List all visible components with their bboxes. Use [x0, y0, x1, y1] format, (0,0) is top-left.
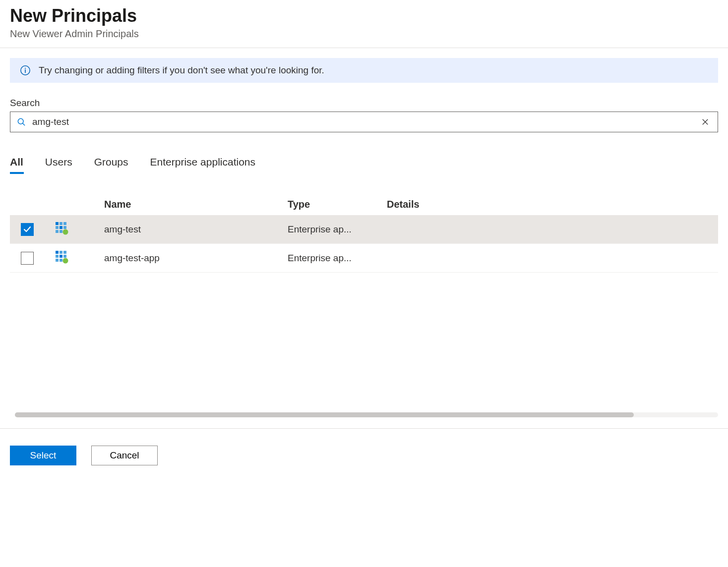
column-header-details[interactable]: Details [387, 199, 718, 210]
enterprise-app-icon [55, 221, 68, 235]
tab-enterprise-applications[interactable]: Enterprise applications [150, 156, 255, 172]
tab-all[interactable]: All [10, 156, 23, 172]
svg-rect-17 [60, 251, 62, 254]
table-body: amg-test Enterprise ap... amg-test-app E… [10, 215, 718, 273]
cancel-button[interactable]: Cancel [91, 446, 158, 465]
page-title: New Principals [10, 5, 718, 26]
tabs: All Users Groups Enterprise applications [10, 156, 718, 172]
svg-rect-13 [56, 230, 59, 233]
search-field[interactable] [10, 112, 718, 132]
svg-rect-23 [60, 259, 62, 262]
svg-rect-22 [56, 259, 59, 262]
svg-rect-19 [56, 255, 59, 258]
row-name: amg-test [104, 224, 288, 235]
svg-rect-16 [56, 251, 59, 254]
tab-users[interactable]: Users [45, 156, 72, 172]
svg-point-24 [63, 258, 68, 264]
svg-rect-9 [63, 222, 66, 225]
content-area: Try changing or adding filters if you do… [0, 48, 728, 283]
column-header-name[interactable]: Name [104, 199, 288, 210]
row-checkbox[interactable] [21, 252, 34, 265]
table-header: Name Type Details [10, 194, 718, 215]
horizontal-scrollbar[interactable] [15, 412, 718, 417]
svg-rect-8 [60, 222, 62, 225]
svg-rect-21 [63, 255, 66, 258]
info-icon [20, 65, 31, 76]
header: New Principals New Viewer Admin Principa… [0, 0, 728, 48]
svg-rect-18 [63, 251, 66, 254]
svg-rect-7 [56, 222, 59, 225]
table-row[interactable]: amg-test Enterprise ap... [10, 215, 718, 244]
enterprise-app-icon [55, 250, 68, 264]
svg-rect-14 [60, 230, 62, 233]
close-icon [701, 117, 710, 126]
svg-rect-11 [60, 226, 62, 229]
search-icon [16, 117, 26, 127]
search-input[interactable] [32, 116, 693, 127]
info-banner: Try changing or adding filters if you do… [10, 58, 718, 83]
row-name: amg-test-app [104, 253, 288, 264]
column-header-type[interactable]: Type [288, 199, 387, 210]
svg-line-4 [23, 123, 25, 125]
clear-search-button[interactable] [699, 115, 712, 128]
row-type: Enterprise ap... [288, 253, 387, 264]
info-banner-text: Try changing or adding filters if you do… [39, 65, 324, 76]
table-row[interactable]: amg-test-app Enterprise ap... [10, 244, 718, 273]
svg-rect-20 [60, 255, 62, 258]
page-subtitle: New Viewer Admin Principals [10, 28, 718, 40]
svg-point-2 [25, 68, 26, 69]
tab-groups[interactable]: Groups [94, 156, 128, 172]
row-checkbox[interactable] [21, 223, 34, 236]
svg-rect-12 [63, 226, 66, 229]
scrollbar-thumb[interactable] [15, 412, 634, 417]
svg-rect-10 [56, 226, 59, 229]
check-icon [23, 226, 31, 233]
row-type: Enterprise ap... [288, 224, 387, 235]
footer: Select Cancel [0, 428, 728, 567]
search-label: Search [10, 98, 718, 109]
svg-point-15 [63, 229, 68, 235]
select-button[interactable]: Select [10, 446, 76, 465]
